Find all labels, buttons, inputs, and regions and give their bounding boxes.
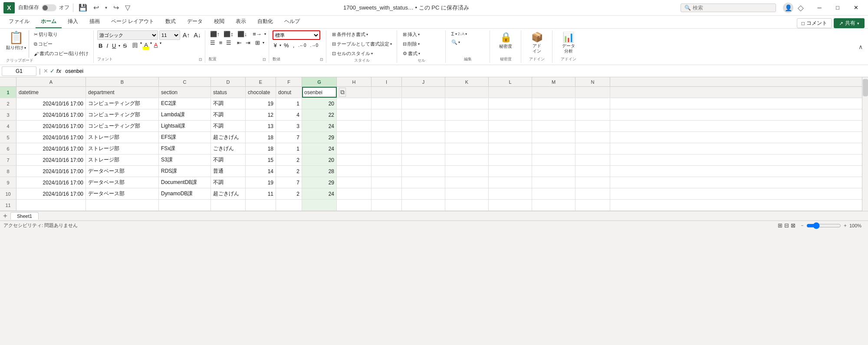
copy-button[interactable]: ⧉ コピー <box>32 40 91 48</box>
cell-M2[interactable] <box>532 98 575 109</box>
cell-G11[interactable] <box>302 200 337 210</box>
sort-dropdown[interactable]: ▾ <box>465 32 467 36</box>
col-header-J[interactable]: J <box>402 77 445 87</box>
underline-dropdown[interactable]: ▾ <box>118 44 120 48</box>
col-header-L[interactable]: L <box>489 77 532 87</box>
cell-N5[interactable] <box>575 132 610 143</box>
cell-K2[interactable] <box>445 98 489 109</box>
cell-E5[interactable]: 18 <box>246 132 276 143</box>
comma-button[interactable]: , <box>292 42 296 49</box>
paste-dropdown[interactable]: ▾ <box>24 46 26 50</box>
cell-reference-input[interactable] <box>2 66 36 76</box>
bold-button[interactable]: B <box>97 42 104 49</box>
row-num-7[interactable]: 7 <box>0 154 16 165</box>
cell-G2[interactable]: 20 <box>302 98 337 109</box>
align-bottom-button[interactable]: ⬛↓ <box>236 30 249 38</box>
align-center-button[interactable]: ≡ <box>218 39 224 46</box>
cell-K7[interactable] <box>445 154 489 165</box>
cell-G4[interactable]: 24 <box>302 121 337 131</box>
alignment-expand-icon[interactable]: ⊡ <box>263 57 266 62</box>
cell-G6[interactable]: 24 <box>302 143 337 154</box>
cell-M1[interactable] <box>532 87 575 98</box>
border-button[interactable]: 田 <box>131 41 139 50</box>
cell-N9[interactable] <box>575 177 610 188</box>
normal-view-icon[interactable]: ⊞ <box>778 222 783 229</box>
cell-F4[interactable]: 3 <box>276 121 302 131</box>
cell-B4[interactable]: コンピューティング部 <box>86 121 159 131</box>
cell-E2[interactable]: 19 <box>246 98 276 109</box>
cell-styles-dropdown[interactable]: ▾ <box>371 52 373 56</box>
cell-K4[interactable] <box>445 121 489 131</box>
cell-D5[interactable]: 超ごきげん <box>211 132 246 143</box>
cell-I5[interactable] <box>372 132 402 143</box>
cell-J4[interactable] <box>402 121 445 131</box>
tab-insert[interactable]: 挿入 <box>62 15 83 28</box>
cell-D9[interactable]: 不調 <box>211 177 246 188</box>
cell-C1[interactable]: section <box>159 87 211 98</box>
cell-D6[interactable]: ごきげん <box>211 143 246 154</box>
number-expand-icon[interactable]: ⊡ <box>320 57 323 62</box>
cell-J2[interactable] <box>402 98 445 109</box>
more-commands-icon[interactable]: ▽ <box>123 3 132 13</box>
cell-K9[interactable] <box>445 177 489 188</box>
cell-C3[interactable]: Lambda課 <box>159 109 211 120</box>
row-num-8[interactable]: 8 <box>0 166 16 177</box>
cell-A7[interactable]: 2024/10/16 17:00 <box>16 154 86 165</box>
merge-button[interactable]: ⊞ <box>254 39 261 46</box>
cell-N1[interactable] <box>575 87 610 98</box>
page-break-view-icon[interactable]: ⊠ <box>791 222 796 229</box>
increase-font-size-icon[interactable]: A↑ <box>181 31 191 39</box>
format-painter-button[interactable]: 🖌 書式のコピー/貼り付け <box>32 49 91 58</box>
cell-D4[interactable]: 不調 <box>211 121 246 131</box>
cut-button[interactable]: ✂ 切り取り <box>32 30 91 39</box>
sum-dropdown[interactable]: ▾ <box>455 32 457 36</box>
row-num-3[interactable]: 3 <box>0 109 16 120</box>
cell-D11[interactable] <box>211 200 246 210</box>
cell-F9[interactable]: 7 <box>276 177 302 188</box>
cell-K3[interactable] <box>445 109 489 120</box>
row-num-5[interactable]: 5 <box>0 132 16 143</box>
maximize-button[interactable]: □ <box>829 1 846 14</box>
tab-automate[interactable]: 自動化 <box>252 15 278 28</box>
number-format-select[interactable]: 標準 <box>273 30 320 40</box>
format-cells-button[interactable]: ⚙ 書式 ▾ <box>401 49 422 58</box>
cell-N7[interactable] <box>575 154 610 165</box>
cell-N2[interactable] <box>575 98 610 109</box>
cell-F6[interactable]: 1 <box>276 143 302 154</box>
cell-N8[interactable] <box>575 166 610 177</box>
cell-C10[interactable]: DynamoDB課 <box>159 188 211 199</box>
cell-L8[interactable] <box>489 166 532 177</box>
wrap-text-button[interactable]: ≡→ <box>251 30 263 38</box>
cell-E7[interactable]: 15 <box>246 154 276 165</box>
cell-M8[interactable] <box>532 166 575 177</box>
cell-D2[interactable]: 不調 <box>211 98 246 109</box>
cell-A11[interactable] <box>16 200 86 210</box>
cell-L3[interactable] <box>489 109 532 120</box>
cell-C2[interactable]: EC2課 <box>159 98 211 109</box>
cell-A10[interactable]: 2024/10/16 17:00 <box>16 188 86 199</box>
cell-H5[interactable] <box>337 132 372 143</box>
cell-B6[interactable]: ストレージ部 <box>86 143 159 154</box>
cell-H4[interactable] <box>337 121 372 131</box>
cell-J3[interactable] <box>402 109 445 120</box>
cell-L11[interactable] <box>489 200 532 210</box>
cell-I11[interactable] <box>372 200 402 210</box>
col-header-F[interactable]: F <box>276 77 302 87</box>
cell-I1[interactable] <box>372 87 402 98</box>
col-header-A[interactable]: A <box>16 77 86 87</box>
cell-K5[interactable] <box>445 132 489 143</box>
cell-E3[interactable]: 12 <box>246 109 276 120</box>
align-middle-button[interactable]: ⬛↕ <box>222 30 235 38</box>
cell-H11[interactable] <box>337 200 372 210</box>
font-family-select[interactable]: 游ゴシック <box>97 30 158 40</box>
cell-B1[interactable]: department <box>86 87 159 98</box>
cell-L7[interactable] <box>489 154 532 165</box>
cell-C8[interactable]: RDS課 <box>159 166 211 177</box>
format-cells-dropdown[interactable]: ▾ <box>418 52 420 56</box>
cell-H9[interactable] <box>337 177 372 188</box>
col-header-B[interactable]: B <box>86 77 159 87</box>
currency-dropdown[interactable]: ▾ <box>279 43 281 47</box>
cell-I6[interactable] <box>372 143 402 154</box>
row-num-11[interactable]: 11 <box>0 200 16 210</box>
data-analysis-button[interactable]: 📊 データ分析 <box>560 30 577 55</box>
